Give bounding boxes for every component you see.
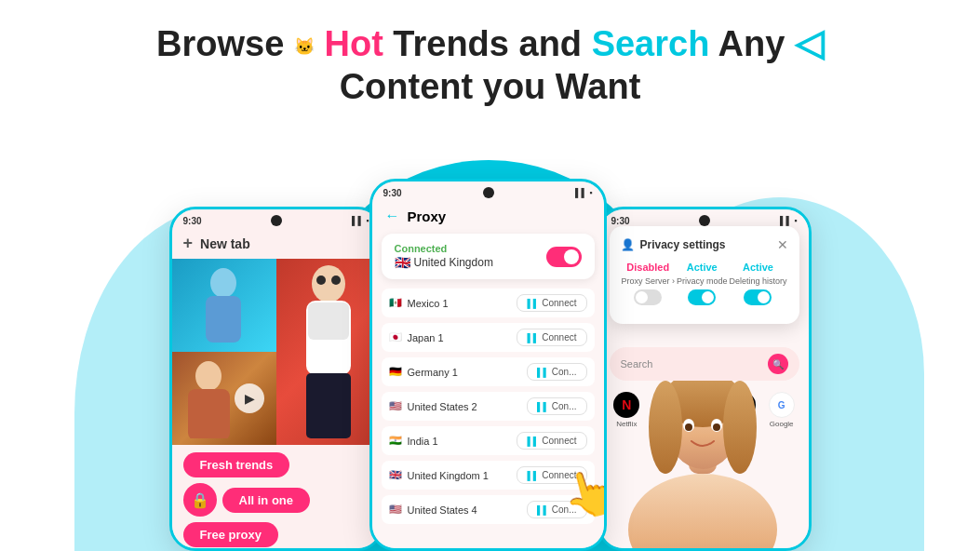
proxy-header: ← Proxy [372,200,604,228]
headline-any: Any [718,24,795,63]
svg-point-19 [713,423,720,431]
connect-button-japan[interactable]: ▌▌ Connect [517,329,586,346]
proxy-status-label: Disabled [626,262,669,273]
new-tab-bar[interactable]: + New tab [172,228,381,259]
status-icons-right: ▌▌ ▪ [780,216,797,225]
status-time-left: 9:30 [183,216,202,226]
signal-icon: ▌▌ [527,333,539,343]
status-icons-left: ▌▌ ▪ [352,216,369,225]
arrow-icon: ◁ [795,22,824,63]
header: Browse 🐱 Hot Trends and Search Any ◁ Con… [0,0,980,117]
history-label: Active [743,262,773,273]
camera-notch-center [483,187,494,198]
flag-uk2: 🇬🇧 [389,469,402,481]
vpn-toggle[interactable] [546,247,582,267]
connected-country: 🇬🇧 United Kingdom [395,255,493,270]
user-icon: 👤 [621,238,635,251]
all-in-one-button[interactable]: All in one [222,488,311,513]
status-bar-right: 9:30 ▌▌ ▪ [600,209,809,228]
left-buttons: Fresh trends 🔒 All in one Free proxy [172,445,381,548]
person-image-1 [198,266,249,345]
proxy-name: United States 4 [408,504,477,516]
headline-middle: Trends and [393,24,591,63]
connect-button-india[interactable]: ▌▌ Connect [517,432,586,450]
flag-india: 🇮🇳 [389,435,402,447]
flag-us4: 🇺🇸 [389,504,402,516]
headline-search: Search [592,24,710,63]
proxy-name: Mexico 1 [408,298,449,309]
status-bar-center: 9:30 ▌▌ ▪ [372,181,604,200]
horns-icon: 🐱 [294,37,315,56]
proxy-item: 🇩🇪 Germany 1 ▌▌ Con... [382,357,595,386]
person-image-2 [183,359,235,438]
svg-point-10 [628,474,777,548]
phone-left-inner: 9:30 ▌▌ ▪ + New tab [172,209,381,548]
left-content: ▶ [172,259,381,445]
proxy-item-name: 🇲🇽 Mexico 1 [389,297,449,309]
svg-point-2 [195,361,222,391]
privacy-settings-title: Privacy settings [640,238,726,251]
status-time-center: 9:30 [383,188,402,198]
headline-hot: Hot [324,24,383,63]
lock-btn-row: 🔒 All in one [183,483,311,517]
new-tab-label: New tab [200,236,250,251]
svg-point-0 [210,268,236,298]
phones-area: 9:30 ▌▌ ▪ + New tab [0,117,980,551]
proxy-toggle[interactable] [634,289,662,305]
lock-icon: 🔒 [183,483,217,517]
signal-icon: ▌▌ [527,471,539,480]
history-toggle[interactable] [744,289,772,305]
privacy-mode-label: Active [687,262,718,273]
proxy-name: Japan 1 [408,332,444,343]
privacy-mode-toggle[interactable] [688,289,716,305]
connected-country-name: United Kingdom [414,256,493,269]
proxy-item-name: 🇺🇸 United States 4 [389,504,477,516]
right-person-image [600,381,809,548]
left-img-top [172,259,276,352]
headline-line2: Content you Want [0,66,980,109]
close-icon[interactable]: ✕ [777,237,788,252]
headline: Browse 🐱 Hot Trends and Search Any ◁ [0,20,980,66]
camera-notch-right [699,215,710,226]
person-image-3 [301,263,356,440]
privacy-header: 👤 Privacy settings ✕ [621,237,788,252]
uk-flag-icon: 🇬🇧 [395,255,410,270]
fresh-trends-button[interactable]: Fresh trends [183,452,290,477]
connected-info: Connected 🇬🇧 United Kingdom [395,243,493,270]
status-icons-center: ▌▌ ▪ [575,188,592,197]
play-button[interactable]: ▶ [235,383,264,413]
flag-germany: 🇩🇪 [389,366,402,378]
flag-us2: 🇺🇸 [389,400,402,412]
search-bar-text: Search [621,358,653,370]
connect-button-germany[interactable]: ▌▌ Con... [527,363,586,381]
left-img2 [276,259,381,445]
proxy-item: 🇮🇳 India 1 ▌▌ Connect [382,426,595,455]
proxy-name: Germany 1 [408,367,458,378]
main-container: Browse 🐱 Hot Trends and Search Any ◁ Con… [0,0,980,551]
privacy-settings-popup: 👤 Privacy settings ✕ Disabled Proxy Serv… [610,226,799,324]
camera-notch-left [271,215,282,226]
privacy-col-privacy: Active Privacy mode [677,262,728,305]
status-time-right: 9:30 [611,216,630,226]
search-bar[interactable]: Search 🔍 [610,347,799,381]
privacy-title-row: 👤 Privacy settings [621,238,726,251]
back-arrow-icon[interactable]: ← [385,208,400,224]
svg-point-15 [723,381,757,474]
proxy-title: Proxy [408,208,447,224]
svg-point-18 [685,423,692,431]
phone-right-inner: 9:30 ▌▌ ▪ 👤 Privacy settings ✕ [600,209,809,548]
connected-label: Connected [395,243,493,254]
person-svg-right [600,381,805,548]
connect-button-us2[interactable]: ▌▌ Con... [527,397,586,415]
svg-rect-8 [308,302,349,340]
status-bar-left: 9:30 ▌▌ ▪ [172,209,381,228]
proxy-name: India 1 [408,436,438,447]
connect-button-mexico[interactable]: ▌▌ Connect [517,294,586,312]
signal-icon: ▌▌ [527,299,539,308]
flag-japan: 🇯🇵 [389,331,402,343]
search-icon-button[interactable]: 🔍 [768,354,788,374]
history-sublabel: Deleting history [729,276,786,286]
plus-icon: + [183,234,194,253]
free-proxy-button[interactable]: Free proxy [183,522,278,547]
privacy-col-proxy: Disabled Proxy Server › [621,262,675,305]
